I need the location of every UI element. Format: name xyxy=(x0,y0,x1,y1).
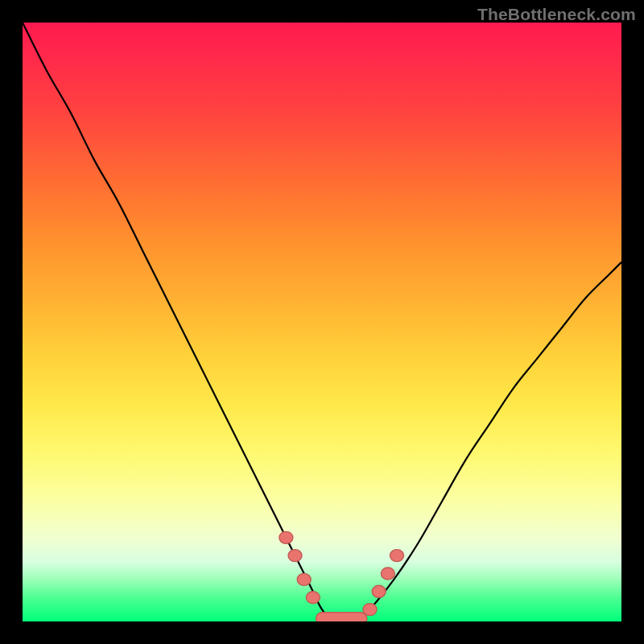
curve-marker-dot xyxy=(279,531,293,543)
outer-frame: TheBottleneck.com xyxy=(0,0,644,644)
curve-path xyxy=(23,23,621,621)
curve-markers xyxy=(279,531,404,621)
curve-marker-dot xyxy=(390,550,404,562)
watermark-text: TheBottleneck.com xyxy=(477,5,636,24)
curve-marker-dot xyxy=(372,585,386,597)
curve-marker-dot xyxy=(288,550,302,562)
curve-marker-pill xyxy=(316,613,367,621)
bottleneck-curve xyxy=(23,23,621,621)
curve-layer xyxy=(23,23,621,621)
curve-marker-dot xyxy=(381,568,394,580)
curve-marker-dot xyxy=(306,592,320,604)
plot-area xyxy=(23,23,621,621)
curve-marker-dot xyxy=(297,573,311,585)
